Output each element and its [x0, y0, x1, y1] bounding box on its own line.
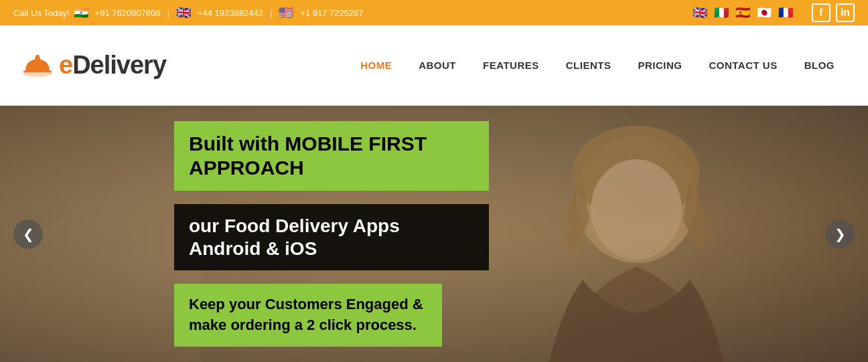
- hero-box-headline: Built with MOBILE FIRST APPROACH: [174, 121, 489, 191]
- nav-home[interactable]: HOME: [347, 25, 405, 106]
- flag-jp[interactable]: 🇯🇵: [757, 7, 774, 19]
- social-icons: f in: [812, 3, 855, 22]
- flag-us: 🇺🇸: [279, 7, 296, 19]
- hero-headline: Built with MOBILE FIRST APPROACH: [189, 132, 474, 180]
- hero-box-cta: Keep your Customers Engaged & make order…: [174, 284, 442, 347]
- logo-e: e: [59, 51, 72, 79]
- hero-content: Built with MOBILE FIRST APPROACH our Foo…: [0, 106, 868, 362]
- flag-uk: 🇬🇧: [176, 7, 194, 19]
- nav-pricing[interactable]: PRICING: [624, 25, 695, 106]
- nav-blog[interactable]: BLOG: [791, 25, 848, 106]
- hero-cta-text: Keep your Customers Engaged & make order…: [189, 294, 427, 336]
- top-bar: Call Us Today! 🇮🇳 +91 7620807608 | 🇬🇧 +4…: [0, 0, 868, 25]
- flag-it[interactable]: 🇮🇹: [714, 7, 731, 19]
- hero-box-apps: our Food Delivery Apps Android & iOS: [174, 204, 489, 270]
- logo-delivery: Delivery: [72, 51, 166, 79]
- nav-about[interactable]: ABOUT: [405, 25, 469, 106]
- logo-text: eDelivery: [59, 51, 166, 80]
- linkedin-icon[interactable]: in: [836, 3, 855, 22]
- pipe-1: |: [167, 8, 169, 18]
- top-bar-right: 🇬🇧 🇮🇹 🇪🇸 🇯🇵 🇫🇷 f in: [693, 3, 855, 22]
- logo[interactable]: eDelivery: [20, 48, 166, 83]
- navbar: eDelivery HOME ABOUT FEATURES CLIENTS PR…: [0, 25, 868, 106]
- flag-india: 🇮🇳: [74, 7, 91, 19]
- logo-icon: [20, 48, 55, 83]
- carousel-prev[interactable]: ❮: [13, 219, 43, 249]
- contact-info: Call Us Today! 🇮🇳 +91 7620807608 | 🇬🇧 +4…: [13, 7, 364, 19]
- carousel-next[interactable]: ❯: [825, 219, 855, 249]
- phone-uk: +44 1923882442: [198, 8, 263, 18]
- pipe-2: |: [270, 8, 272, 18]
- flag-fr[interactable]: 🇫🇷: [778, 7, 796, 19]
- call-label: Call Us Today!: [13, 8, 70, 18]
- nav-features[interactable]: FEATURES: [469, 25, 553, 106]
- language-flags: 🇬🇧 🇮🇹 🇪🇸 🇯🇵 🇫🇷: [693, 7, 796, 19]
- phone-india: +91 7620807608: [95, 8, 161, 18]
- flag-en[interactable]: 🇬🇧: [693, 7, 710, 19]
- hero-section: Built with MOBILE FIRST APPROACH our Foo…: [0, 106, 868, 362]
- nav-links: HOME ABOUT FEATURES CLIENTS PRICING CONT…: [347, 25, 848, 106]
- flag-es[interactable]: 🇪🇸: [735, 7, 753, 19]
- facebook-icon[interactable]: f: [812, 3, 830, 22]
- nav-clients[interactable]: CLIENTS: [553, 25, 625, 106]
- svg-point-2: [35, 55, 40, 59]
- nav-contact[interactable]: CONTACT US: [695, 25, 790, 106]
- phone-us: +1 917 7225287: [300, 8, 363, 18]
- hero-apps-text: our Food Delivery Apps Android & iOS: [189, 215, 474, 260]
